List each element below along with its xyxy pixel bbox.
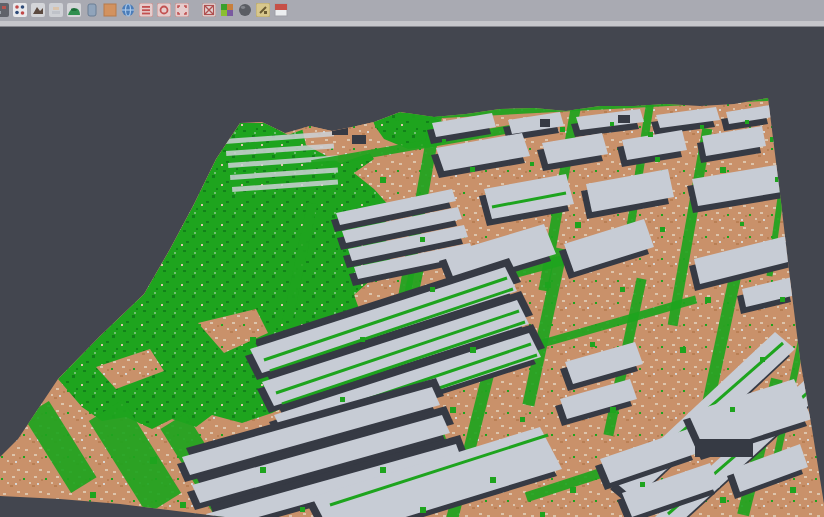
tree-dot: [180, 502, 186, 508]
tree-dot: [790, 237, 796, 243]
point-pairs-icon[interactable]: [13, 3, 27, 17]
red-list-icon[interactable]: [139, 3, 153, 17]
mountain-icon[interactable]: [31, 3, 45, 17]
tree-dot: [780, 297, 785, 302]
tree-dot: [90, 492, 96, 498]
tree-dot: [540, 512, 545, 517]
gray-sphere-icon[interactable]: [238, 3, 252, 17]
tree-dot: [442, 139, 446, 143]
tree-dot: [450, 407, 456, 413]
tree-dot: [610, 407, 616, 413]
red-brackets-icon[interactable]: [175, 3, 189, 17]
flat-terrain-icon[interactable]: [49, 3, 63, 17]
toolbar: [0, 0, 824, 21]
tree-dot: [360, 337, 365, 342]
tree-dot: [320, 297, 326, 303]
globe-icon[interactable]: [121, 3, 135, 17]
tree-dot: [560, 127, 565, 132]
small-dark-structure: [332, 125, 348, 135]
tree-dot: [470, 347, 476, 353]
tree-dot: [610, 122, 614, 126]
tree-dot: [430, 287, 435, 292]
tree-dot: [700, 125, 704, 129]
vegetation-hill-icon[interactable]: [67, 3, 81, 17]
tree-dot: [418, 122, 423, 127]
classification-palette-icon[interactable]: [220, 3, 234, 17]
tree-dot: [770, 137, 775, 142]
toolbar-icon-row: [0, 0, 824, 17]
small-dark-structure: [618, 115, 630, 123]
3d-viewport[interactable]: [0, 27, 824, 517]
tree-dot: [300, 507, 305, 512]
tree-dot: [720, 497, 726, 503]
tree-dot: [760, 357, 765, 362]
small-dark-structure: [540, 119, 550, 127]
tree-dot: [530, 162, 534, 166]
tree-dot: [420, 507, 426, 513]
tree-dot: [740, 222, 744, 226]
tree-dot: [490, 477, 496, 483]
tree-dot: [680, 347, 686, 353]
tree-dot: [590, 342, 595, 347]
small-dark-structure: [695, 439, 753, 457]
tree-dot: [260, 467, 266, 473]
point-cloud-scene[interactable]: [0, 27, 824, 517]
red-target-icon[interactable]: [157, 3, 171, 17]
tree-dot: [745, 120, 749, 124]
tree-dot: [570, 487, 576, 493]
tree-dot: [230, 397, 236, 403]
tree-dot: [720, 167, 726, 173]
tree-dot: [575, 222, 581, 228]
tree-dot: [705, 297, 711, 303]
yellow-tool-icon[interactable]: [256, 3, 270, 17]
tree-dot: [730, 407, 735, 412]
small-dark-structure: [352, 135, 366, 144]
clipped-tool-icon[interactable]: [0, 3, 9, 17]
red-grid-icon[interactable]: [202, 3, 216, 17]
tree-dot: [640, 482, 645, 487]
tree-dot: [648, 132, 653, 137]
red-white-bar-icon[interactable]: [274, 3, 288, 17]
tree-dot: [340, 397, 345, 402]
tree-dot: [380, 467, 386, 473]
tree-dot: [775, 177, 780, 182]
app-window: [0, 0, 824, 517]
tree-dot: [150, 457, 157, 464]
tree-dot: [620, 287, 625, 292]
tree-dot: [300, 227, 306, 233]
tree-dot: [520, 417, 525, 422]
column-icon[interactable]: [85, 3, 99, 17]
tree-dot: [420, 237, 425, 242]
tree-dot: [790, 487, 796, 493]
orange-square-icon[interactable]: [103, 3, 117, 17]
tree-dot: [660, 227, 665, 232]
tree-dot: [250, 337, 256, 343]
tree-dot: [470, 167, 475, 172]
tree-dot: [545, 282, 551, 288]
tree-dot: [380, 177, 386, 183]
tree-dot: [655, 157, 660, 162]
